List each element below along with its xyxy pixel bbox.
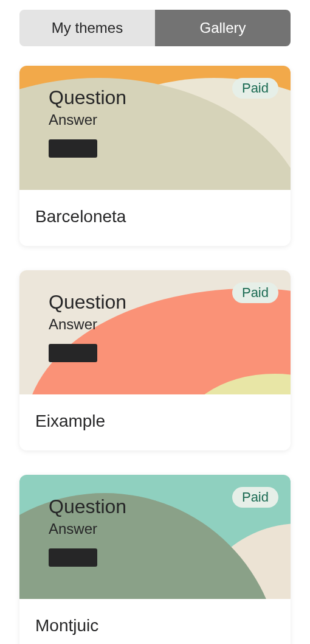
tab-gallery[interactable]: Gallery bbox=[155, 10, 291, 46]
theme-preview: Paid Question Answer bbox=[19, 66, 291, 190]
preview-button-placeholder bbox=[49, 548, 97, 567]
paid-badge: Paid bbox=[232, 78, 278, 99]
theme-preview: Paid Question Answer bbox=[19, 270, 291, 394]
theme-card-barceloneta[interactable]: Paid Question Answer Barceloneta bbox=[19, 66, 291, 246]
theme-preview: Paid Question Answer bbox=[19, 475, 291, 599]
preview-question-label: Question bbox=[49, 291, 261, 313]
preview-question-label: Question bbox=[49, 86, 261, 109]
theme-name: Eixample bbox=[19, 394, 291, 450]
preview-button-placeholder bbox=[49, 139, 97, 158]
paid-badge: Paid bbox=[232, 282, 278, 303]
theme-name: Barceloneta bbox=[19, 190, 291, 246]
paid-badge: Paid bbox=[232, 487, 278, 508]
tabs: My themes Gallery bbox=[19, 10, 291, 46]
preview-answer-label: Answer bbox=[49, 111, 261, 128]
preview-answer-label: Answer bbox=[49, 316, 261, 333]
theme-card-montjuic[interactable]: Paid Question Answer Montjuic bbox=[19, 475, 291, 644]
preview-button-placeholder bbox=[49, 344, 97, 362]
tab-my-themes[interactable]: My themes bbox=[19, 10, 155, 46]
theme-cards: Paid Question Answer Barceloneta Paid Qu… bbox=[0, 66, 310, 644]
theme-card-eixample[interactable]: Paid Question Answer Eixample bbox=[19, 270, 291, 450]
theme-name: Montjuic bbox=[19, 599, 291, 644]
preview-question-label: Question bbox=[49, 495, 261, 518]
preview-answer-label: Answer bbox=[49, 520, 261, 537]
